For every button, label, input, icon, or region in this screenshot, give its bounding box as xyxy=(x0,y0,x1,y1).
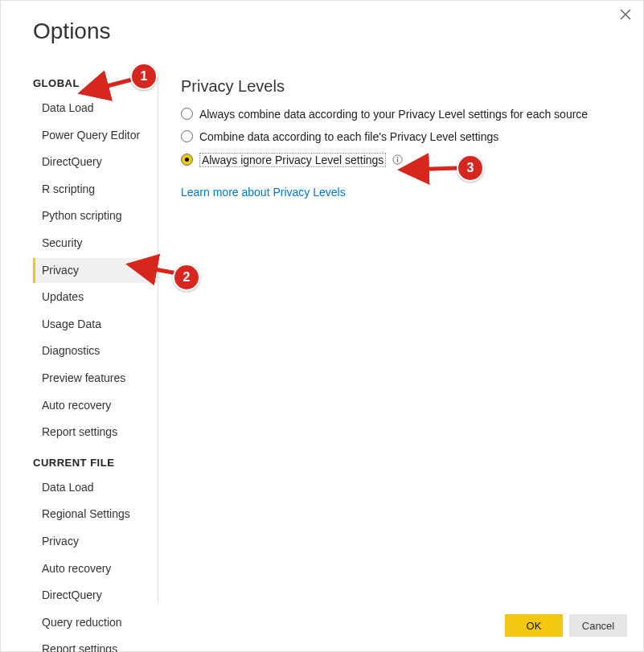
sidebar-item-python-scripting[interactable]: Python scripting xyxy=(33,203,158,229)
close-button[interactable] xyxy=(616,6,635,25)
radio-label: Always ignore Privacy Level settings xyxy=(199,153,386,167)
sidebar-item-cf-privacy[interactable]: Privacy xyxy=(33,529,158,555)
svg-rect-4 xyxy=(397,158,398,162)
radio-label: Always combine data according to your Pr… xyxy=(199,108,588,121)
sidebar-item-report-settings[interactable]: Report settings xyxy=(33,420,158,445)
sidebar-item-updates[interactable]: Updates xyxy=(33,285,158,310)
content-pane: Privacy Levels Always combine data accor… xyxy=(158,77,627,603)
radio-combine-per-file[interactable]: Combine data according to each file's Pr… xyxy=(181,128,627,146)
sidebar-item-power-query-editor[interactable]: Power Query Editor xyxy=(33,123,158,149)
radio-combine-per-privacy-level[interactable]: Always combine data according to your Pr… xyxy=(181,105,627,123)
sidebar-item-cf-regional-settings[interactable]: Regional Settings xyxy=(33,502,158,527)
sidebar-item-directquery[interactable]: DirectQuery xyxy=(33,150,158,175)
sidebar-item-security[interactable]: Security xyxy=(33,231,158,256)
radio-icon xyxy=(181,108,193,120)
radio-icon xyxy=(181,154,193,166)
sidebar: GLOBAL Data Load Power Query Editor Dire… xyxy=(33,77,158,603)
ok-button[interactable]: OK xyxy=(505,614,563,637)
sidebar-item-data-load[interactable]: Data Load xyxy=(33,96,158,121)
radio-label: Combine data according to each file's Pr… xyxy=(199,130,498,143)
sidebar-item-auto-recovery[interactable]: Auto recovery xyxy=(33,393,158,419)
sidebar-item-r-scripting[interactable]: R scripting xyxy=(33,177,158,203)
dialog-title: Options xyxy=(33,18,111,44)
dialog-footer: OK Cancel xyxy=(505,614,627,637)
sidebar-header-current-file: CURRENT FILE xyxy=(33,457,158,469)
sidebar-item-privacy[interactable]: Privacy xyxy=(33,258,158,284)
dialog-body: GLOBAL Data Load Power Query Editor Dire… xyxy=(33,77,627,603)
sidebar-item-cf-report-settings[interactable]: Report settings xyxy=(33,637,158,652)
sidebar-item-cf-directquery[interactable]: DirectQuery xyxy=(33,583,158,609)
radio-ignore-privacy[interactable]: Always ignore Privacy Level settings xyxy=(181,151,627,170)
content-heading: Privacy Levels xyxy=(181,77,627,96)
sidebar-item-diagnostics[interactable]: Diagnostics xyxy=(33,338,158,364)
sidebar-item-cf-auto-recovery[interactable]: Auto recovery xyxy=(33,556,158,582)
sidebar-header-global: GLOBAL xyxy=(33,77,158,89)
close-icon xyxy=(620,9,631,23)
sidebar-item-usage-data[interactable]: Usage Data xyxy=(33,312,158,338)
sidebar-item-cf-data-load[interactable]: Data Load xyxy=(33,475,158,501)
sidebar-item-cf-query-reduction[interactable]: Query reduction xyxy=(33,610,158,636)
cancel-button[interactable]: Cancel xyxy=(569,614,627,637)
learn-more-link[interactable]: Learn more about Privacy Levels xyxy=(181,186,346,199)
svg-point-3 xyxy=(397,157,399,158)
sidebar-item-preview-features[interactable]: Preview features xyxy=(33,366,158,392)
options-dialog: Options GLOBAL Data Load Power Query Edi… xyxy=(0,0,644,652)
radio-icon xyxy=(181,130,193,142)
info-icon[interactable] xyxy=(392,152,403,170)
